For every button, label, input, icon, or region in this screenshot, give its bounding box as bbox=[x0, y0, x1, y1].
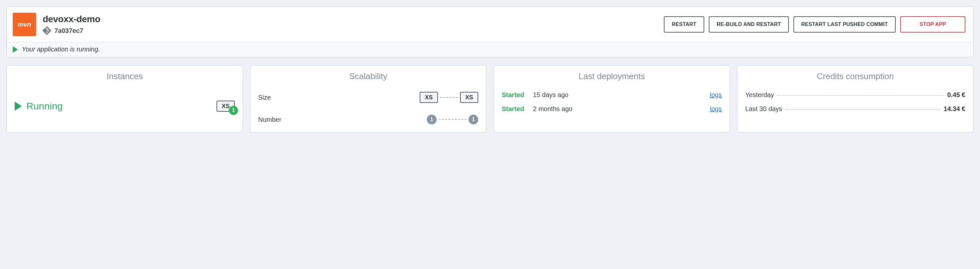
deployments-card: Last deployments Started 15 days ago log… bbox=[493, 65, 730, 132]
stop-app-button[interactable]: STOP APP bbox=[900, 16, 965, 33]
restart-last-commit-button[interactable]: RESTART LAST PUSHED COMMIT bbox=[794, 16, 896, 33]
app-meta: devoxx-demo 7a037ec7 bbox=[43, 14, 657, 35]
commit-id: 7a037ec7 bbox=[54, 27, 83, 35]
toolbar: RESTART RE-BUILD AND RESTART RESTART LAS… bbox=[664, 16, 965, 33]
instances-card: Instances Running XS 1 bbox=[6, 65, 243, 132]
status-message: Your application is running. bbox=[22, 46, 100, 53]
instances-body: Running XS 1 bbox=[15, 88, 235, 124]
deployment-logs-link[interactable]: logs bbox=[710, 105, 722, 113]
size-min: XS bbox=[420, 92, 438, 103]
scalability-card: Scalability Size XS XS Number 1 1 bbox=[250, 65, 487, 132]
scalability-size-row: Size XS XS bbox=[258, 92, 478, 103]
instances-title: Instances bbox=[15, 71, 235, 81]
range-dash-icon bbox=[440, 97, 458, 98]
app-name: devoxx-demo bbox=[43, 14, 657, 24]
deployment-row: Started 2 months ago logs bbox=[502, 105, 722, 113]
instance-state-group: Running bbox=[15, 100, 63, 112]
scalability-number-row: Number 1 1 bbox=[258, 115, 478, 124]
cards-grid: Instances Running XS 1 Scalability Size … bbox=[6, 65, 974, 132]
deployment-status: Started bbox=[502, 105, 527, 113]
deployment-status: Started bbox=[502, 91, 527, 99]
rebuild-restart-button[interactable]: RE-BUILD AND RESTART bbox=[709, 16, 789, 33]
restart-button[interactable]: RESTART bbox=[664, 16, 704, 33]
scalability-title: Scalability bbox=[258, 71, 478, 81]
credits-card: Credits consumption Yesterday 0.45 € Las… bbox=[737, 65, 974, 132]
play-icon bbox=[15, 102, 22, 111]
dotted-separator bbox=[785, 109, 940, 110]
number-label: Number bbox=[258, 116, 281, 123]
size-label: Size bbox=[258, 94, 271, 101]
instance-count: 1 bbox=[229, 106, 238, 115]
deployment-time: 2 months ago bbox=[533, 105, 704, 113]
play-icon bbox=[13, 46, 18, 53]
logo-text: mvn bbox=[18, 21, 31, 28]
size-max: XS bbox=[460, 92, 478, 103]
credit-label: Yesterday bbox=[745, 91, 774, 99]
git-icon bbox=[43, 26, 51, 35]
number-max: 1 bbox=[469, 115, 478, 124]
app-logo: mvn bbox=[13, 13, 36, 36]
app-header-card: mvn devoxx-demo 7a037ec7 RESTART RE-BUIL… bbox=[6, 6, 974, 57]
deployment-row: Started 15 days ago logs bbox=[502, 91, 722, 99]
number-min: 1 bbox=[427, 115, 437, 124]
credit-label: Last 30 days bbox=[745, 105, 782, 113]
header-top: mvn devoxx-demo 7a037ec7 RESTART RE-BUIL… bbox=[7, 7, 973, 42]
credits-title: Credits consumption bbox=[745, 71, 965, 81]
dotted-separator bbox=[777, 95, 944, 96]
range-dash-icon bbox=[439, 119, 466, 120]
size-range: XS XS bbox=[420, 92, 478, 103]
credit-value: 0.45 € bbox=[947, 91, 965, 99]
credit-value: 14.34 € bbox=[943, 105, 965, 113]
instance-state: Running bbox=[26, 100, 63, 112]
header-status-bar: Your application is running. bbox=[7, 42, 973, 57]
instance-size-badge: XS 1 bbox=[216, 100, 235, 112]
commit-row: 7a037ec7 bbox=[43, 26, 657, 35]
number-range: 1 1 bbox=[427, 115, 478, 124]
credit-row: Yesterday 0.45 € bbox=[745, 91, 965, 99]
deployment-logs-link[interactable]: logs bbox=[710, 91, 722, 99]
deployments-title: Last deployments bbox=[502, 71, 722, 81]
deployment-time: 15 days ago bbox=[533, 91, 704, 99]
credit-row: Last 30 days 14.34 € bbox=[745, 105, 965, 113]
